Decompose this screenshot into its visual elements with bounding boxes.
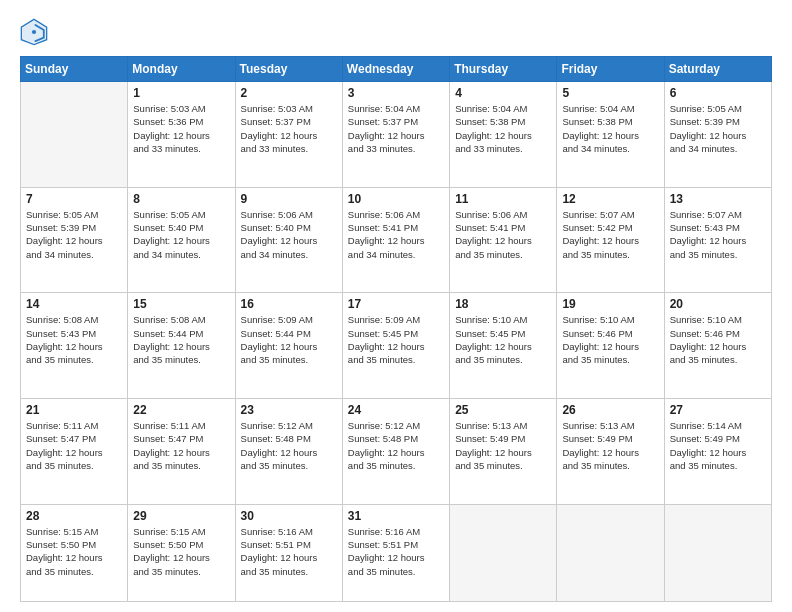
day-number: 18 bbox=[455, 297, 551, 311]
calendar-day-cell: 25Sunrise: 5:13 AM Sunset: 5:49 PM Dayli… bbox=[450, 399, 557, 505]
calendar-day-cell: 18Sunrise: 5:10 AM Sunset: 5:45 PM Dayli… bbox=[450, 293, 557, 399]
day-number: 25 bbox=[455, 403, 551, 417]
day-info: Sunrise: 5:16 AM Sunset: 5:51 PM Dayligh… bbox=[241, 525, 337, 578]
day-info: Sunrise: 5:10 AM Sunset: 5:46 PM Dayligh… bbox=[562, 313, 658, 366]
day-number: 7 bbox=[26, 192, 122, 206]
day-number: 23 bbox=[241, 403, 337, 417]
calendar-day-cell: 14Sunrise: 5:08 AM Sunset: 5:43 PM Dayli… bbox=[21, 293, 128, 399]
calendar-day-cell: 24Sunrise: 5:12 AM Sunset: 5:48 PM Dayli… bbox=[342, 399, 449, 505]
calendar-day-cell: 7Sunrise: 5:05 AM Sunset: 5:39 PM Daylig… bbox=[21, 187, 128, 293]
calendar-day-cell: 16Sunrise: 5:09 AM Sunset: 5:44 PM Dayli… bbox=[235, 293, 342, 399]
calendar-day-cell: 26Sunrise: 5:13 AM Sunset: 5:49 PM Dayli… bbox=[557, 399, 664, 505]
calendar-day-cell: 10Sunrise: 5:06 AM Sunset: 5:41 PM Dayli… bbox=[342, 187, 449, 293]
day-info: Sunrise: 5:11 AM Sunset: 5:47 PM Dayligh… bbox=[26, 419, 122, 472]
day-info: Sunrise: 5:06 AM Sunset: 5:40 PM Dayligh… bbox=[241, 208, 337, 261]
day-number: 26 bbox=[562, 403, 658, 417]
calendar-day-cell: 12Sunrise: 5:07 AM Sunset: 5:42 PM Dayli… bbox=[557, 187, 664, 293]
calendar-week-row: 28Sunrise: 5:15 AM Sunset: 5:50 PM Dayli… bbox=[21, 504, 772, 601]
day-info: Sunrise: 5:09 AM Sunset: 5:45 PM Dayligh… bbox=[348, 313, 444, 366]
weekday-header: Sunday bbox=[21, 57, 128, 82]
calendar-table: SundayMondayTuesdayWednesdayThursdayFrid… bbox=[20, 56, 772, 602]
day-info: Sunrise: 5:03 AM Sunset: 5:36 PM Dayligh… bbox=[133, 102, 229, 155]
day-number: 5 bbox=[562, 86, 658, 100]
calendar-week-row: 1Sunrise: 5:03 AM Sunset: 5:36 PM Daylig… bbox=[21, 82, 772, 188]
day-number: 28 bbox=[26, 509, 122, 523]
calendar-week-row: 14Sunrise: 5:08 AM Sunset: 5:43 PM Dayli… bbox=[21, 293, 772, 399]
day-info: Sunrise: 5:15 AM Sunset: 5:50 PM Dayligh… bbox=[133, 525, 229, 578]
calendar-day-cell bbox=[21, 82, 128, 188]
day-info: Sunrise: 5:05 AM Sunset: 5:39 PM Dayligh… bbox=[26, 208, 122, 261]
day-info: Sunrise: 5:12 AM Sunset: 5:48 PM Dayligh… bbox=[348, 419, 444, 472]
day-info: Sunrise: 5:10 AM Sunset: 5:46 PM Dayligh… bbox=[670, 313, 766, 366]
day-number: 27 bbox=[670, 403, 766, 417]
day-info: Sunrise: 5:15 AM Sunset: 5:50 PM Dayligh… bbox=[26, 525, 122, 578]
calendar-day-cell: 8Sunrise: 5:05 AM Sunset: 5:40 PM Daylig… bbox=[128, 187, 235, 293]
calendar-day-cell: 9Sunrise: 5:06 AM Sunset: 5:40 PM Daylig… bbox=[235, 187, 342, 293]
calendar-day-cell: 31Sunrise: 5:16 AM Sunset: 5:51 PM Dayli… bbox=[342, 504, 449, 601]
weekday-header: Thursday bbox=[450, 57, 557, 82]
calendar-body: 1Sunrise: 5:03 AM Sunset: 5:36 PM Daylig… bbox=[21, 82, 772, 602]
calendar-day-cell bbox=[557, 504, 664, 601]
calendar-day-cell: 1Sunrise: 5:03 AM Sunset: 5:36 PM Daylig… bbox=[128, 82, 235, 188]
calendar-day-cell: 22Sunrise: 5:11 AM Sunset: 5:47 PM Dayli… bbox=[128, 399, 235, 505]
weekday-header: Friday bbox=[557, 57, 664, 82]
day-info: Sunrise: 5:12 AM Sunset: 5:48 PM Dayligh… bbox=[241, 419, 337, 472]
day-info: Sunrise: 5:05 AM Sunset: 5:39 PM Dayligh… bbox=[670, 102, 766, 155]
day-number: 29 bbox=[133, 509, 229, 523]
weekday-header: Saturday bbox=[664, 57, 771, 82]
day-number: 8 bbox=[133, 192, 229, 206]
calendar-day-cell: 13Sunrise: 5:07 AM Sunset: 5:43 PM Dayli… bbox=[664, 187, 771, 293]
day-number: 21 bbox=[26, 403, 122, 417]
day-info: Sunrise: 5:11 AM Sunset: 5:47 PM Dayligh… bbox=[133, 419, 229, 472]
calendar-day-cell bbox=[450, 504, 557, 601]
day-info: Sunrise: 5:04 AM Sunset: 5:38 PM Dayligh… bbox=[562, 102, 658, 155]
weekday-row: SundayMondayTuesdayWednesdayThursdayFrid… bbox=[21, 57, 772, 82]
calendar-day-cell: 29Sunrise: 5:15 AM Sunset: 5:50 PM Dayli… bbox=[128, 504, 235, 601]
day-number: 31 bbox=[348, 509, 444, 523]
day-number: 16 bbox=[241, 297, 337, 311]
calendar-day-cell: 3Sunrise: 5:04 AM Sunset: 5:37 PM Daylig… bbox=[342, 82, 449, 188]
day-number: 19 bbox=[562, 297, 658, 311]
day-info: Sunrise: 5:06 AM Sunset: 5:41 PM Dayligh… bbox=[455, 208, 551, 261]
calendar-day-cell: 23Sunrise: 5:12 AM Sunset: 5:48 PM Dayli… bbox=[235, 399, 342, 505]
logo-icon bbox=[20, 18, 48, 46]
day-number: 1 bbox=[133, 86, 229, 100]
day-info: Sunrise: 5:04 AM Sunset: 5:37 PM Dayligh… bbox=[348, 102, 444, 155]
day-number: 4 bbox=[455, 86, 551, 100]
day-info: Sunrise: 5:14 AM Sunset: 5:49 PM Dayligh… bbox=[670, 419, 766, 472]
day-number: 22 bbox=[133, 403, 229, 417]
calendar-header: SundayMondayTuesdayWednesdayThursdayFrid… bbox=[21, 57, 772, 82]
calendar-day-cell: 27Sunrise: 5:14 AM Sunset: 5:49 PM Dayli… bbox=[664, 399, 771, 505]
header bbox=[20, 18, 772, 46]
page: SundayMondayTuesdayWednesdayThursdayFrid… bbox=[0, 0, 792, 612]
day-info: Sunrise: 5:05 AM Sunset: 5:40 PM Dayligh… bbox=[133, 208, 229, 261]
calendar-day-cell: 20Sunrise: 5:10 AM Sunset: 5:46 PM Dayli… bbox=[664, 293, 771, 399]
calendar-day-cell: 2Sunrise: 5:03 AM Sunset: 5:37 PM Daylig… bbox=[235, 82, 342, 188]
day-number: 30 bbox=[241, 509, 337, 523]
day-info: Sunrise: 5:03 AM Sunset: 5:37 PM Dayligh… bbox=[241, 102, 337, 155]
weekday-header: Tuesday bbox=[235, 57, 342, 82]
day-number: 15 bbox=[133, 297, 229, 311]
day-number: 10 bbox=[348, 192, 444, 206]
calendar-day-cell: 28Sunrise: 5:15 AM Sunset: 5:50 PM Dayli… bbox=[21, 504, 128, 601]
day-number: 12 bbox=[562, 192, 658, 206]
day-info: Sunrise: 5:13 AM Sunset: 5:49 PM Dayligh… bbox=[562, 419, 658, 472]
day-info: Sunrise: 5:06 AM Sunset: 5:41 PM Dayligh… bbox=[348, 208, 444, 261]
day-info: Sunrise: 5:04 AM Sunset: 5:38 PM Dayligh… bbox=[455, 102, 551, 155]
svg-point-2 bbox=[32, 30, 36, 34]
day-info: Sunrise: 5:16 AM Sunset: 5:51 PM Dayligh… bbox=[348, 525, 444, 578]
day-info: Sunrise: 5:07 AM Sunset: 5:43 PM Dayligh… bbox=[670, 208, 766, 261]
day-info: Sunrise: 5:08 AM Sunset: 5:44 PM Dayligh… bbox=[133, 313, 229, 366]
day-number: 14 bbox=[26, 297, 122, 311]
calendar-day-cell bbox=[664, 504, 771, 601]
day-info: Sunrise: 5:09 AM Sunset: 5:44 PM Dayligh… bbox=[241, 313, 337, 366]
day-number: 9 bbox=[241, 192, 337, 206]
calendar-day-cell: 30Sunrise: 5:16 AM Sunset: 5:51 PM Dayli… bbox=[235, 504, 342, 601]
calendar-day-cell: 19Sunrise: 5:10 AM Sunset: 5:46 PM Dayli… bbox=[557, 293, 664, 399]
calendar-day-cell: 15Sunrise: 5:08 AM Sunset: 5:44 PM Dayli… bbox=[128, 293, 235, 399]
day-number: 11 bbox=[455, 192, 551, 206]
logo bbox=[20, 18, 52, 46]
calendar-day-cell: 4Sunrise: 5:04 AM Sunset: 5:38 PM Daylig… bbox=[450, 82, 557, 188]
day-info: Sunrise: 5:13 AM Sunset: 5:49 PM Dayligh… bbox=[455, 419, 551, 472]
day-number: 6 bbox=[670, 86, 766, 100]
